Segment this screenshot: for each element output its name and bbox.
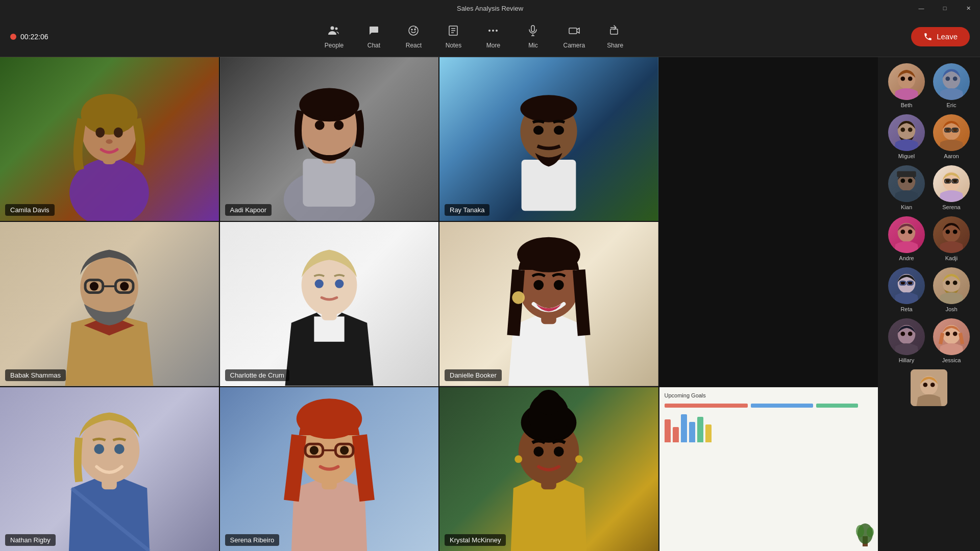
more-button[interactable]: More (475, 20, 511, 53)
sidebar-name-hillary: Hillary (899, 357, 915, 363)
more-label: More (486, 42, 500, 49)
video-cell-babak[interactable]: Babak Shammas (0, 222, 219, 386)
sidebar-participant-eric[interactable]: Eric (931, 61, 972, 110)
sidebar-participant-serena2[interactable]: Serena (931, 163, 972, 212)
sidebar-name-reta: Reta (900, 306, 912, 312)
share-button[interactable]: Share (597, 20, 633, 53)
video-cell-aadi[interactable]: Aadi Kapoor (220, 57, 439, 221)
people-button[interactable]: People (316, 20, 352, 53)
svg-point-77 (575, 455, 583, 463)
people-label: People (325, 42, 344, 49)
svg-rect-15 (569, 28, 577, 34)
sidebar-name-aaron: Aaron (944, 153, 959, 159)
svg-point-67 (309, 446, 318, 455)
sidebar-row-3: Kian (882, 163, 976, 212)
notes-button[interactable]: Notes (435, 20, 471, 53)
window-title: Sales Analysis Review (457, 5, 523, 12)
camera-button[interactable]: Camera (555, 20, 593, 53)
mic-button[interactable]: Mic (515, 20, 551, 53)
svg-point-90 (908, 128, 913, 132)
video-cell-krystal[interactable]: Krystal McKinney (439, 387, 658, 551)
svg-point-29 (299, 88, 359, 122)
svg-point-35 (521, 95, 577, 122)
svg-point-36 (533, 126, 544, 135)
video-cell-danielle[interactable]: Danielle Booker (439, 222, 658, 386)
svg-point-10 (492, 30, 494, 32)
sidebar-participant-kadji[interactable]: Kadji (931, 214, 972, 263)
svg-point-73 (536, 390, 561, 415)
react-button[interactable]: React (396, 20, 431, 53)
toolbar: 00:22:06 People Chat (0, 16, 980, 57)
sidebar-participant-andre[interactable]: Andre (886, 214, 927, 263)
maximize-button[interactable]: □ (933, 0, 957, 16)
sidebar-row-6: Hillary (882, 316, 976, 365)
video-cell-ray[interactable]: Ray Tanaka (439, 57, 658, 221)
sidebar-participant-reta[interactable]: Reta (886, 265, 927, 314)
svg-point-49 (335, 280, 344, 288)
recording-time: 00:22:06 (20, 33, 48, 41)
sidebar-participant-kian[interactable]: Kian (886, 163, 927, 212)
sidebar-participants: Beth Eric (878, 57, 980, 551)
name-tag-charlotte: Charlotte de Crum (225, 369, 289, 381)
sidebar-name-serena2: Serena (942, 204, 960, 210)
svg-point-110 (953, 230, 958, 234)
svg-point-118 (953, 281, 958, 285)
svg-point-48 (314, 280, 323, 288)
video-grid: Camila Davis (0, 57, 878, 551)
sidebar-participant-aaron[interactable]: Aaron (931, 112, 972, 161)
react-icon (407, 24, 420, 40)
svg-point-106 (900, 230, 905, 234)
name-tag-danielle: Danielle Booker (445, 369, 502, 381)
video-cell-nathan[interactable]: Nathan Rigby (0, 387, 219, 551)
name-tag-aadi: Aadi Kapoor (225, 204, 272, 216)
sidebar-name-beth: Beth (901, 102, 913, 108)
svg-point-3 (411, 29, 412, 30)
video-cell-screen-share[interactable]: Upcoming Goals (659, 387, 878, 551)
video-cell-empty1 (659, 57, 878, 221)
recording-indicator: 00:22:06 (10, 33, 48, 41)
svg-point-60 (114, 444, 125, 454)
svg-point-98 (900, 179, 905, 183)
svg-point-55 (554, 280, 564, 290)
video-cell-empty2 (659, 222, 878, 386)
svg-point-121 (908, 332, 913, 336)
video-cell-serena[interactable]: Serena Ribeiro (220, 387, 439, 551)
svg-point-24 (106, 139, 113, 144)
sidebar-name-jessica: Jessica (942, 357, 961, 363)
recording-dot (10, 34, 16, 40)
sidebar-participant-miguel[interactable]: Miguel (886, 112, 927, 161)
svg-point-74 (534, 446, 544, 457)
leave-button[interactable]: Leave (911, 27, 970, 46)
video-cell-charlotte[interactable]: Charlotte de Crum (220, 222, 439, 386)
svg-point-83 (900, 77, 905, 81)
sidebar-name-josh: Josh (945, 306, 957, 312)
sidebar-row-2: Miguel (882, 112, 976, 161)
chat-button[interactable]: Chat (356, 20, 391, 53)
toolbar-center: People Chat React (48, 20, 901, 53)
svg-point-127 (923, 383, 927, 387)
svg-point-76 (515, 455, 523, 463)
svg-point-99 (908, 179, 913, 183)
sidebar-row-5: Reta Jo (882, 265, 976, 314)
sidebar-participant-beth[interactable]: Beth (886, 61, 927, 110)
minimize-button[interactable]: — (910, 0, 933, 16)
svg-point-52 (517, 237, 580, 272)
screen-share-title: Upcoming Goals (665, 392, 873, 398)
video-cell-camila[interactable]: Camila Davis (0, 57, 219, 221)
svg-point-59 (94, 444, 105, 454)
svg-point-84 (908, 77, 913, 81)
svg-point-68 (340, 446, 349, 455)
name-tag-camila: Camila Davis (5, 204, 55, 216)
svg-point-120 (900, 332, 905, 336)
sidebar-participant-extra[interactable] (909, 367, 949, 408)
camera-label: Camera (563, 42, 585, 49)
sidebar-participant-josh[interactable]: Josh (931, 265, 972, 314)
close-button[interactable]: ✕ (957, 0, 980, 16)
people-icon (328, 24, 340, 40)
chat-icon (368, 24, 380, 40)
svg-point-123 (945, 332, 950, 336)
sidebar-participant-jessica[interactable]: Jessica (931, 316, 972, 365)
more-icon (487, 24, 499, 40)
name-tag-babak: Babak Shammas (5, 369, 66, 381)
sidebar-participant-hillary[interactable]: Hillary (886, 316, 927, 365)
